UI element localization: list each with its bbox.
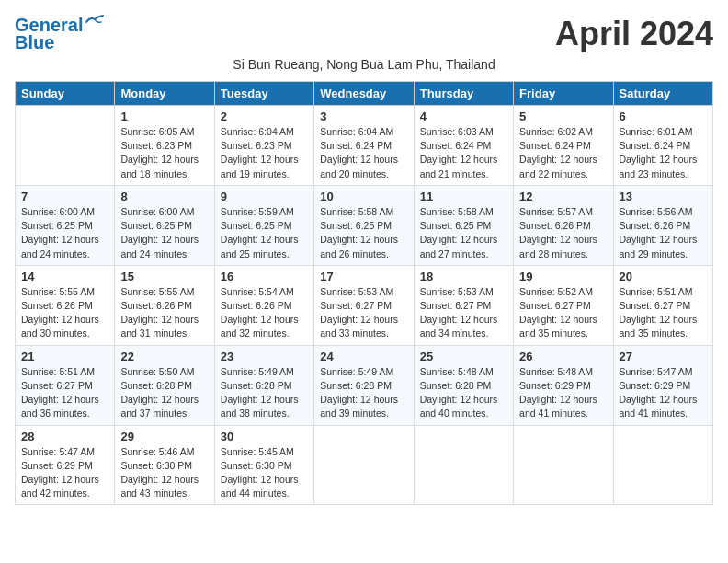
day-info: Sunrise: 5:47 AMSunset: 6:29 PMDaylight:… — [620, 365, 707, 421]
calendar-cell: 27Sunrise: 5:47 AMSunset: 6:29 PMDayligh… — [613, 345, 712, 425]
calendar-week-row: 28Sunrise: 5:47 AMSunset: 6:29 PMDayligh… — [16, 425, 713, 505]
day-number: 4 — [420, 109, 507, 123]
day-info: Sunrise: 5:49 AMSunset: 6:28 PMDaylight:… — [221, 365, 308, 421]
logo: General Blue — [15, 15, 105, 53]
day-number: 3 — [320, 109, 407, 123]
column-header-sunday: Sunday — [16, 82, 115, 106]
day-number: 11 — [420, 190, 507, 203]
day-info: Sunrise: 6:00 AMSunset: 6:25 PMDaylight:… — [21, 205, 108, 261]
calendar-cell: 2Sunrise: 6:04 AMSunset: 6:23 PMDaylight… — [214, 106, 313, 186]
calendar-cell: 13Sunrise: 5:56 AMSunset: 6:26 PMDayligh… — [613, 185, 712, 265]
day-info: Sunrise: 5:52 AMSunset: 6:27 PMDaylight:… — [519, 285, 607, 341]
calendar-week-row: 21Sunrise: 5:51 AMSunset: 6:27 PMDayligh… — [16, 345, 713, 425]
calendar-cell: 20Sunrise: 5:51 AMSunset: 6:27 PMDayligh… — [613, 265, 712, 345]
day-info: Sunrise: 5:49 AMSunset: 6:28 PMDaylight:… — [320, 365, 407, 421]
day-number: 2 — [221, 109, 308, 123]
day-info: Sunrise: 6:00 AMSunset: 6:25 PMDaylight:… — [120, 205, 208, 261]
calendar-cell: 26Sunrise: 5:48 AMSunset: 6:29 PMDayligh… — [514, 345, 613, 425]
day-number: 6 — [620, 109, 707, 123]
day-info: Sunrise: 5:54 AMSunset: 6:26 PMDaylight:… — [221, 285, 308, 341]
calendar-cell: 22Sunrise: 5:50 AMSunset: 6:28 PMDayligh… — [115, 345, 214, 425]
calendar-cell — [314, 425, 414, 505]
calendar-cell: 5Sunrise: 6:02 AMSunset: 6:24 PMDaylight… — [514, 106, 613, 186]
calendar-cell: 1Sunrise: 6:05 AMSunset: 6:23 PMDaylight… — [115, 106, 214, 186]
day-number: 24 — [320, 350, 407, 363]
day-number: 9 — [221, 190, 308, 203]
day-info: Sunrise: 5:48 AMSunset: 6:28 PMDaylight:… — [420, 365, 507, 421]
column-header-thursday: Thursday — [414, 82, 513, 106]
subtitle: Si Bun Rueang, Nong Bua Lam Phu, Thailan… — [15, 57, 713, 72]
calendar-cell: 28Sunrise: 5:47 AMSunset: 6:29 PMDayligh… — [16, 425, 115, 505]
calendar-cell — [16, 106, 115, 186]
calendar-week-row: 7Sunrise: 6:00 AMSunset: 6:25 PMDaylight… — [16, 185, 713, 265]
calendar-cell: 4Sunrise: 6:03 AMSunset: 6:24 PMDaylight… — [414, 106, 513, 186]
day-info: Sunrise: 5:59 AMSunset: 6:25 PMDaylight:… — [221, 205, 308, 261]
day-info: Sunrise: 6:04 AMSunset: 6:24 PMDaylight:… — [320, 125, 407, 181]
calendar-cell: 11Sunrise: 5:58 AMSunset: 6:25 PMDayligh… — [414, 185, 513, 265]
day-info: Sunrise: 6:01 AMSunset: 6:24 PMDaylight:… — [620, 125, 707, 181]
calendar-cell: 9Sunrise: 5:59 AMSunset: 6:25 PMDaylight… — [214, 185, 313, 265]
day-number: 17 — [320, 270, 407, 283]
calendar-cell: 23Sunrise: 5:49 AMSunset: 6:28 PMDayligh… — [214, 345, 313, 425]
day-number: 26 — [519, 350, 607, 363]
day-number: 16 — [221, 270, 308, 283]
calendar-cell: 30Sunrise: 5:45 AMSunset: 6:30 PMDayligh… — [214, 425, 313, 505]
calendar-cell: 24Sunrise: 5:49 AMSunset: 6:28 PMDayligh… — [314, 345, 414, 425]
day-info: Sunrise: 5:55 AMSunset: 6:26 PMDaylight:… — [21, 285, 108, 341]
column-header-tuesday: Tuesday — [214, 82, 313, 106]
day-number: 27 — [620, 350, 707, 363]
day-number: 28 — [21, 430, 108, 443]
day-info: Sunrise: 5:58 AMSunset: 6:25 PMDaylight:… — [420, 205, 507, 261]
calendar-cell: 19Sunrise: 5:52 AMSunset: 6:27 PMDayligh… — [514, 265, 613, 345]
day-number: 18 — [420, 270, 507, 283]
day-number: 22 — [120, 350, 208, 363]
column-header-wednesday: Wednesday — [314, 82, 414, 106]
calendar-week-row: 14Sunrise: 5:55 AMSunset: 6:26 PMDayligh… — [16, 265, 713, 345]
day-number: 8 — [120, 190, 208, 203]
calendar-cell: 10Sunrise: 5:58 AMSunset: 6:25 PMDayligh… — [314, 185, 414, 265]
day-number: 14 — [21, 270, 108, 283]
calendar-cell: 8Sunrise: 6:00 AMSunset: 6:25 PMDaylight… — [115, 185, 214, 265]
calendar-cell: 29Sunrise: 5:46 AMSunset: 6:30 PMDayligh… — [115, 425, 214, 505]
day-info: Sunrise: 5:57 AMSunset: 6:26 PMDaylight:… — [519, 205, 607, 261]
day-number: 13 — [620, 190, 707, 203]
day-number: 20 — [620, 270, 707, 283]
day-info: Sunrise: 5:56 AMSunset: 6:26 PMDaylight:… — [620, 205, 707, 261]
calendar-cell: 3Sunrise: 6:04 AMSunset: 6:24 PMDaylight… — [314, 106, 414, 186]
day-info: Sunrise: 5:53 AMSunset: 6:27 PMDaylight:… — [420, 285, 507, 341]
day-number: 30 — [221, 430, 308, 443]
calendar-cell — [514, 425, 613, 505]
column-header-saturday: Saturday — [613, 82, 712, 106]
calendar-cell: 15Sunrise: 5:55 AMSunset: 6:26 PMDayligh… — [115, 265, 214, 345]
day-number: 21 — [21, 350, 108, 363]
day-info: Sunrise: 5:50 AMSunset: 6:28 PMDaylight:… — [120, 365, 208, 421]
day-info: Sunrise: 6:05 AMSunset: 6:23 PMDaylight:… — [120, 125, 208, 181]
calendar-cell: 16Sunrise: 5:54 AMSunset: 6:26 PMDayligh… — [214, 265, 313, 345]
day-number: 10 — [320, 190, 407, 203]
calendar-week-row: 1Sunrise: 6:05 AMSunset: 6:23 PMDaylight… — [16, 106, 713, 186]
calendar-cell — [414, 425, 513, 505]
month-title: April 2024 — [555, 15, 713, 53]
day-info: Sunrise: 5:48 AMSunset: 6:29 PMDaylight:… — [519, 365, 607, 421]
calendar-cell: 12Sunrise: 5:57 AMSunset: 6:26 PMDayligh… — [514, 185, 613, 265]
day-info: Sunrise: 5:51 AMSunset: 6:27 PMDaylight:… — [21, 365, 108, 421]
calendar-header-row: SundayMondayTuesdayWednesdayThursdayFrid… — [16, 82, 713, 106]
calendar-body: 1Sunrise: 6:05 AMSunset: 6:23 PMDaylight… — [16, 106, 713, 505]
calendar-cell: 6Sunrise: 6:01 AMSunset: 6:24 PMDaylight… — [613, 106, 712, 186]
day-info: Sunrise: 5:55 AMSunset: 6:26 PMDaylight:… — [120, 285, 208, 341]
day-info: Sunrise: 6:03 AMSunset: 6:24 PMDaylight:… — [420, 125, 507, 181]
day-info: Sunrise: 5:51 AMSunset: 6:27 PMDaylight:… — [620, 285, 707, 341]
calendar-cell: 25Sunrise: 5:48 AMSunset: 6:28 PMDayligh… — [414, 345, 513, 425]
day-number: 5 — [519, 109, 607, 123]
day-info: Sunrise: 5:58 AMSunset: 6:25 PMDaylight:… — [320, 205, 407, 261]
column-header-monday: Monday — [115, 82, 214, 106]
calendar-cell: 21Sunrise: 5:51 AMSunset: 6:27 PMDayligh… — [16, 345, 115, 425]
logo-bird-icon — [85, 15, 105, 29]
column-header-friday: Friday — [514, 82, 613, 106]
day-number: 1 — [120, 109, 208, 123]
calendar-cell: 17Sunrise: 5:53 AMSunset: 6:27 PMDayligh… — [314, 265, 414, 345]
day-number: 12 — [519, 190, 607, 203]
calendar-cell: 18Sunrise: 5:53 AMSunset: 6:27 PMDayligh… — [414, 265, 513, 345]
logo-blue: Blue — [15, 32, 54, 53]
day-number: 23 — [221, 350, 308, 363]
